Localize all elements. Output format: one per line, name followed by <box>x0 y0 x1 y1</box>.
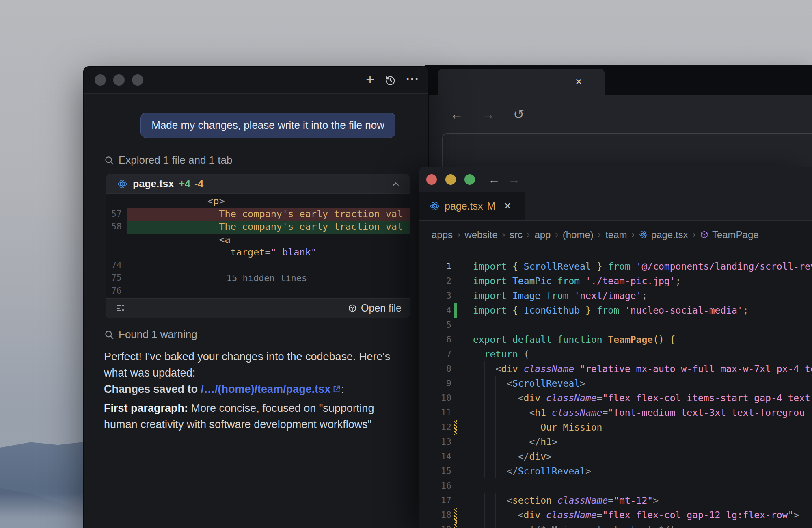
code-token: '@/components/landing/scroll-rev <box>636 261 812 272</box>
expand-lines-icon[interactable] <box>116 303 125 313</box>
explored-status[interactable]: Explored 1 file and 1 tab <box>104 154 409 167</box>
close-button[interactable] <box>426 174 437 185</box>
code-line[interactable]: 11<h1 className="font-medium text-3xl te… <box>419 405 812 420</box>
code-line-content: <section className="mt-12"> <box>473 493 659 508</box>
code-token: export default function <box>473 334 608 345</box>
back-icon[interactable]: ← <box>488 173 500 186</box>
tab-close-icon[interactable]: × <box>504 200 511 212</box>
assistant-window: + ··· Made my changes, please write it i… <box>83 66 429 528</box>
code-token: Our Mission <box>540 422 602 433</box>
more-options-icon[interactable]: ··· <box>406 72 419 84</box>
breadcrumb-separator: › <box>502 229 505 240</box>
code-line-content: import { IconGithub } from 'nucleo-socia… <box>473 303 749 318</box>
indent-guide <box>484 405 496 420</box>
diff-row[interactable]: 57The company's early traction val <box>106 208 410 221</box>
open-file-button[interactable]: Open file <box>348 302 402 314</box>
breadcrumb-item[interactable]: (home) <box>563 229 594 240</box>
diff-row[interactable]: <a <box>106 234 410 247</box>
breadcrumb-item[interactable]: TeamPage <box>700 229 759 240</box>
code-token: > <box>580 378 585 389</box>
desktop: × ← → ↺ + <box>0 0 812 528</box>
diff-deletions: -4 <box>194 178 203 190</box>
response-line: human creativity with software developme… <box>104 416 409 433</box>
code-line[interactable]: 16 <box>419 478 812 493</box>
code-token: < <box>518 510 524 520</box>
indent <box>473 347 484 361</box>
code-line[interactable]: 9<ScrollReveal> <box>419 376 812 391</box>
code-line[interactable]: 14</div> <box>419 449 812 464</box>
code-line[interactable]: 18<div className="flex flex-col gap-12 l… <box>419 508 812 522</box>
zoom-button[interactable] <box>464 174 475 185</box>
breadcrumb-item[interactable]: apps <box>432 229 453 240</box>
hidden-lines-label[interactable]: 15 hidden lines <box>227 272 307 285</box>
breadcrumb-item[interactable]: website <box>464 229 497 240</box>
code-line[interactable]: 19{/* Main content start */} <box>419 522 812 528</box>
breadcrumb-label: page.tsx <box>651 229 688 240</box>
minimize-button[interactable] <box>113 74 125 86</box>
browser-tab[interactable]: × <box>438 69 605 95</box>
breadcrumb-separator: › <box>527 229 530 240</box>
code-line[interactable]: 5 <box>419 318 812 332</box>
code-line[interactable]: 12Our Mission <box>419 420 812 435</box>
diff-row[interactable]: 58The company's early traction val <box>106 221 410 234</box>
code-line-content: <ScrollReveal> <box>473 376 585 391</box>
line-number: 7 <box>419 347 451 361</box>
code-line[interactable]: 1import { ScrollReveal } from '@/compone… <box>419 259 812 274</box>
code-line[interactable]: 7return ( <box>419 347 812 361</box>
breadcrumb-item[interactable]: app <box>534 229 551 240</box>
close-button[interactable] <box>95 74 106 86</box>
diff-row[interactable]: target="_blank" <box>106 246 410 259</box>
code-line[interactable]: 15</ScrollReveal> <box>419 464 812 478</box>
forward-icon[interactable]: → <box>508 173 520 186</box>
search-icon <box>104 155 114 166</box>
user-message-bubble: Made my changes, please write it into th… <box>140 113 395 138</box>
code-line[interactable]: 2import TeamPic from './team-pic.jpg'; <box>419 274 812 288</box>
new-thread-icon[interactable]: + <box>366 72 374 87</box>
code-editor[interactable]: 1import { ScrollReveal } from '@/compone… <box>419 249 812 528</box>
file-link[interactable]: /…/(home)/team/page.tsx <box>201 383 331 395</box>
forward-icon[interactable]: → <box>482 107 495 121</box>
code-line[interactable]: 3import Image from 'next/image'; <box>419 288 812 303</box>
code-line[interactable]: 8<div className="relative mx-auto w-full… <box>419 361 812 376</box>
minimize-button[interactable] <box>445 174 456 185</box>
modified-badge: M <box>487 200 496 212</box>
warning-status[interactable]: Found 1 warning <box>104 328 409 341</box>
assistant-response: Perfect! I've baked your changes into th… <box>104 348 409 381</box>
code-token: Image <box>512 290 546 301</box>
response-line: what was updated: <box>104 365 409 381</box>
code-line[interactable]: 17<section className="mt-12"> <box>419 493 812 508</box>
indent-guide <box>484 420 496 435</box>
code-token: TeamPic <box>512 276 557 286</box>
diff-row[interactable]: 74 <box>106 259 410 272</box>
breadcrumb: apps›website›src›app›(home)›team›page.ts… <box>419 221 812 249</box>
code-token: div <box>524 393 546 403</box>
diff-card-header[interactable]: page.tsx +4 -4 <box>106 174 410 194</box>
reload-icon[interactable]: ↺ <box>513 107 525 121</box>
code-line[interactable]: 4import { IconGithub } from 'nucleo-soci… <box>419 303 812 318</box>
code-line[interactable]: 10<div className="flex flex-col items-st… <box>419 391 812 405</box>
assistant-actions: + ··· <box>366 74 419 87</box>
diff-row[interactable]: <p> <box>106 195 410 208</box>
breadcrumb-item[interactable]: src <box>510 229 523 240</box>
line-number: 6 <box>419 332 451 347</box>
indent <box>473 493 484 508</box>
breadcrumb-item[interactable]: page.tsx <box>639 229 688 240</box>
chevron-up-icon[interactable] <box>391 179 401 189</box>
zoom-button[interactable] <box>132 74 143 86</box>
back-icon[interactable]: ← <box>450 107 463 121</box>
history-icon[interactable] <box>384 74 396 86</box>
diff-row[interactable]: 7515 hidden lines <box>106 272 410 285</box>
editor-tab-active[interactable]: page.tsx M × <box>419 192 525 220</box>
diff-row[interactable]: 76 <box>106 285 410 298</box>
open-file-label: Open file <box>361 302 402 314</box>
breadcrumb-item[interactable]: team <box>605 229 627 240</box>
code-token: TeamPage <box>608 334 653 345</box>
git-modified-marker <box>454 420 457 435</box>
code-token: return <box>484 349 524 359</box>
external-link-icon[interactable] <box>332 385 341 394</box>
code-token: import <box>473 276 512 286</box>
code-line[interactable]: 13</h1> <box>419 435 812 449</box>
code-token: < <box>219 234 225 245</box>
code-line[interactable]: 6export default function TeamPage() { <box>419 332 812 347</box>
tab-close-icon[interactable]: × <box>575 76 582 88</box>
